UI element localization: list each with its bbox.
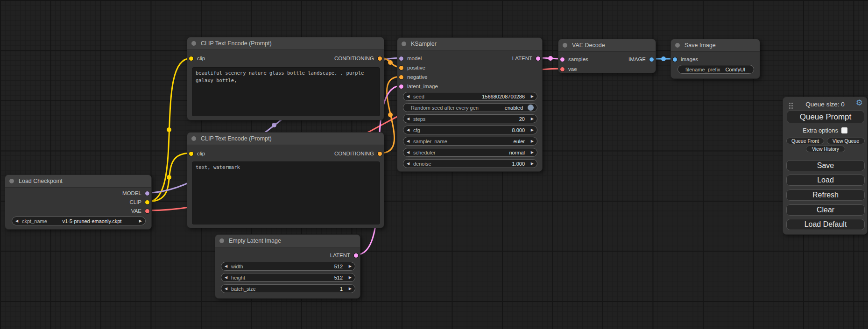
node-header[interactable]: VAE Decode <box>558 39 656 52</box>
input-dot-clip[interactable] <box>189 56 193 61</box>
load-button[interactable]: Load <box>786 175 865 186</box>
collapse-dot-icon[interactable] <box>219 238 224 243</box>
node-load-checkpoint[interactable]: Load Checkpoint MODEL CLIP VAE ◀ ckpt_na… <box>5 175 152 230</box>
node-header[interactable]: Empty Latent Image <box>215 235 360 247</box>
node-clip-text-encode-negative[interactable]: CLIP Text Encode (Prompt) clip CONDITION… <box>187 132 384 228</box>
collapse-dot-icon[interactable] <box>9 179 14 183</box>
arrow-left-icon[interactable]: ◀ <box>407 94 412 98</box>
arrow-right-icon[interactable]: ▶ <box>137 219 142 223</box>
node-vae-decode[interactable]: VAE Decode samples vae IMAGE <box>558 39 656 73</box>
node-header[interactable]: Load Checkpoint <box>5 175 151 188</box>
arrow-left-icon[interactable]: ◀ <box>225 264 230 268</box>
arrow-right-icon[interactable]: ▶ <box>529 128 534 132</box>
widget-label: seed <box>413 94 424 99</box>
input-dot-positive[interactable] <box>399 66 403 70</box>
queue-prompt-button[interactable]: Queue Prompt <box>787 111 864 123</box>
node-ksampler[interactable]: KSampler model positive negative latent_… <box>397 37 543 172</box>
input-dot-clip[interactable] <box>189 152 193 156</box>
output-dot-vae[interactable] <box>145 209 149 213</box>
height-widget[interactable]: ◀ height 512 ▶ <box>221 273 355 282</box>
arrow-left-icon[interactable]: ◀ <box>225 275 230 280</box>
arrow-right-icon[interactable]: ▶ <box>346 275 352 280</box>
input-dot-vae[interactable] <box>560 67 565 71</box>
arrow-right-icon[interactable]: ▶ <box>529 150 534 154</box>
node-header[interactable]: CLIP Text Encode (Prompt) <box>187 133 384 145</box>
view-queue-button[interactable]: View Queue <box>827 138 865 144</box>
arrow-left-icon[interactable]: ◀ <box>15 219 21 223</box>
input-slot-negative: negative <box>399 73 427 81</box>
collapse-dot-icon[interactable] <box>563 43 567 48</box>
output-dot-conditioning[interactable] <box>378 152 382 156</box>
output-dot-model[interactable] <box>145 191 149 196</box>
toggle-dot-icon[interactable] <box>528 105 534 111</box>
output-slot-clip: CLIP <box>129 198 149 206</box>
node-header[interactable]: KSampler <box>397 38 542 50</box>
batch-size-widget[interactable]: ◀ batch_size 1 ▶ <box>221 284 355 293</box>
collapse-dot-icon[interactable] <box>402 42 406 46</box>
arrow-right-icon[interactable]: ▶ <box>529 161 534 166</box>
arrow-left-icon[interactable]: ◀ <box>407 150 412 154</box>
node-header[interactable]: CLIP Text Encode (Prompt) <box>187 37 384 50</box>
seed-widget[interactable]: ◀ seed 156680208700286 ▶ <box>403 92 537 101</box>
clear-button[interactable]: Clear <box>786 204 865 216</box>
extra-options-checkbox[interactable] <box>841 127 847 133</box>
queue-panel[interactable]: Queue size: 0 ⚙ Queue Prompt Extra optio… <box>783 97 868 235</box>
cfg-widget[interactable]: ◀ cfg 8.000 ▶ <box>403 126 537 134</box>
refresh-button[interactable]: Refresh <box>786 189 865 201</box>
node-title: CLIP Text Encode (Prompt) <box>201 40 272 47</box>
steps-widget[interactable]: ◀ steps 20 ▶ <box>403 114 537 123</box>
input-slot-latent-image: latent_image <box>399 82 438 91</box>
input-label: clip <box>197 56 205 61</box>
input-dot-samples[interactable] <box>560 57 565 62</box>
collapse-dot-icon[interactable] <box>191 136 196 141</box>
node-graph-canvas[interactable]: Load Checkpoint MODEL CLIP VAE ◀ ckpt_na… <box>0 0 868 329</box>
arrow-left-icon[interactable]: ◀ <box>407 117 412 121</box>
load-default-button[interactable]: Load Default <box>786 219 865 230</box>
sampler-name-widget[interactable]: ◀ sampler_name euler ▶ <box>403 137 537 146</box>
arrow-left-icon[interactable]: ◀ <box>225 287 230 291</box>
node-clip-text-encode-positive[interactable]: CLIP Text Encode (Prompt) clip CONDITION… <box>187 37 384 120</box>
gear-icon[interactable]: ⚙ <box>856 99 863 107</box>
widget-label: height <box>231 275 245 280</box>
prompt-textarea[interactable]: beautiful scenery nature glass bottle la… <box>192 67 380 116</box>
filename-prefix-widget[interactable]: filename_prefix ComfyUI <box>677 65 754 74</box>
view-history-button[interactable]: View History <box>806 146 845 152</box>
output-dot-latent[interactable] <box>354 253 358 258</box>
prompt-textarea[interactable]: text, watermark <box>192 161 380 224</box>
arrow-right-icon[interactable]: ▶ <box>346 264 352 268</box>
output-dot-conditioning[interactable] <box>378 56 382 61</box>
queue-front-button[interactable]: Queue Front <box>786 138 824 144</box>
scheduler-widget[interactable]: ◀ scheduler normal ▶ <box>403 148 537 157</box>
random-seed-toggle[interactable]: Random seed after every gen enabled <box>403 103 537 112</box>
widget-value: euler <box>447 139 529 144</box>
input-label: model <box>407 56 422 61</box>
widget-value: 8.000 <box>420 127 529 133</box>
input-dot-images[interactable] <box>673 57 677 62</box>
output-dot-clip[interactable] <box>145 200 149 204</box>
arrow-right-icon[interactable]: ▶ <box>346 287 352 291</box>
arrow-left-icon[interactable]: ◀ <box>407 139 412 143</box>
arrow-right-icon[interactable]: ▶ <box>529 94 534 98</box>
denoise-widget[interactable]: ◀ denoise 1.000 ▶ <box>403 159 537 168</box>
collapse-dot-icon[interactable] <box>191 41 196 46</box>
arrow-right-icon[interactable]: ▶ <box>529 117 534 121</box>
node-header[interactable]: Save Image <box>671 39 760 52</box>
collapse-dot-icon[interactable] <box>675 43 680 48</box>
widget-label: scheduler <box>413 150 436 155</box>
queue-size-label: Queue size: 0 <box>783 101 867 108</box>
ckpt-name-widget[interactable]: ◀ ckpt_name v1-5-pruned-emaonly.ckpt ▶ <box>12 217 146 225</box>
width-widget[interactable]: ◀ width 512 ▶ <box>221 262 355 271</box>
arrow-right-icon[interactable]: ▶ <box>529 139 534 143</box>
save-button[interactable]: Save <box>786 160 865 171</box>
arrow-left-icon[interactable]: ◀ <box>407 161 412 166</box>
arrow-left-icon[interactable]: ◀ <box>407 128 412 132</box>
input-dot-model[interactable] <box>399 56 403 61</box>
node-empty-latent-image[interactable]: Empty Latent Image LATENT ◀ width 512 ▶ … <box>215 234 360 299</box>
output-dot-image[interactable] <box>649 57 654 62</box>
output-label: LATENT <box>512 56 532 61</box>
output-dot-latent[interactable] <box>536 56 540 61</box>
input-dot-negative[interactable] <box>399 75 403 79</box>
node-title: KSampler <box>411 41 437 47</box>
node-save-image[interactable]: Save Image images filename_prefix ComfyU… <box>670 39 760 79</box>
input-dot-latent-image[interactable] <box>399 84 403 89</box>
